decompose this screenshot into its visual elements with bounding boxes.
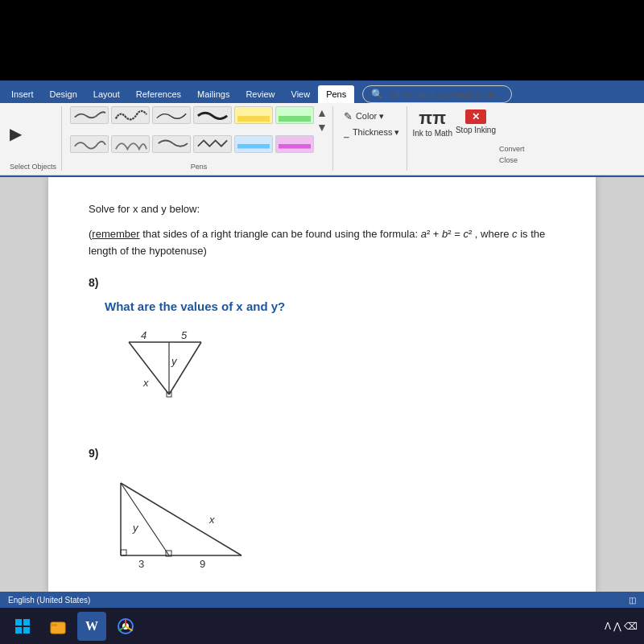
pen-stroke-11[interactable] xyxy=(234,135,273,153)
pen-strokes-row1: ▲ ▼ xyxy=(70,106,328,134)
tab-references[interactable]: References xyxy=(128,85,189,103)
tab-design[interactable]: Design xyxy=(42,85,85,103)
svg-line-16 xyxy=(121,483,169,555)
solve-header: Solve for x and y below: xyxy=(89,201,555,218)
ribbon-tabs-row: Insert Design Layout References Mailings… xyxy=(0,80,644,103)
tab-layout[interactable]: Layout xyxy=(85,85,128,103)
color-icon: ✎ xyxy=(344,110,353,122)
word-btn[interactable]: W xyxy=(77,612,106,641)
stop-inking-btn[interactable]: Stop Inking xyxy=(456,126,496,134)
pen-scroll-up[interactable]: ▲ xyxy=(316,106,328,119)
problem-8-question: What are the values of x and y? xyxy=(105,297,555,316)
color-thickness-group: ✎ Color ▾ ⎯ Thickness ▾ xyxy=(336,106,408,171)
chrome-btn[interactable] xyxy=(111,612,140,641)
remember-text: (remember that sides of a right triangle… xyxy=(89,226,555,260)
pi-symbol: ππ xyxy=(419,109,446,127)
ink-to-math-btn[interactable]: Ink to Math xyxy=(412,129,452,138)
pen-stroke-3[interactable] xyxy=(152,106,191,124)
convert-close-labels: Convert Close xyxy=(499,109,525,167)
search-icon: 🔍 xyxy=(371,89,383,100)
pen-stroke-9[interactable] xyxy=(152,135,191,153)
system-tray: Λ ⋀ ⌫ xyxy=(605,621,638,632)
stop-inking-x[interactable]: ✕ xyxy=(465,109,486,124)
status-bar: English (United States) ◫ xyxy=(0,592,644,608)
ribbon-group-pens: ▲ ▼ xyxy=(65,106,333,171)
pen-stroke-1[interactable] xyxy=(70,106,109,124)
main-window: Insert Design Layout References Mailings… xyxy=(0,80,644,608)
svg-rect-25 xyxy=(15,627,22,634)
svg-line-4 xyxy=(129,342,169,394)
file-manager-btn[interactable] xyxy=(43,612,72,641)
pen-stroke-12[interactable] xyxy=(275,135,314,153)
svg-text:y: y xyxy=(132,522,139,534)
tab-review[interactable]: Review xyxy=(237,85,283,103)
triangle-9-svg: y x 3 9 xyxy=(105,467,266,572)
triangle-9-area: y x 3 9 xyxy=(105,467,555,577)
tab-insert[interactable]: Insert xyxy=(3,85,42,103)
pen-stroke-8[interactable] xyxy=(111,135,150,153)
svg-text:4: 4 xyxy=(141,329,147,341)
pen-stroke-5[interactable] xyxy=(234,106,273,124)
problem-9-num: 9) xyxy=(89,444,555,462)
svg-text:9: 9 xyxy=(200,558,205,570)
remember-underline: remember xyxy=(92,228,139,240)
problem-8-num: 8) xyxy=(89,274,555,291)
pen-stroke-10[interactable] xyxy=(193,135,232,153)
tab-pens[interactable]: Pens xyxy=(318,85,354,103)
svg-text:y: y xyxy=(171,355,178,367)
windows-start-btn[interactable] xyxy=(6,612,39,641)
doc-content-area: Solve for x and y below: (remember that … xyxy=(0,177,644,592)
language-label: English (United States) xyxy=(8,596,90,605)
pen-stroke-6[interactable] xyxy=(275,106,314,124)
stop-inking-container: ✕ Stop Inking xyxy=(456,109,496,134)
pen-scroll-down[interactable]: ▼ xyxy=(316,121,328,134)
pen-stroke-2[interactable] xyxy=(111,106,150,124)
tab-mailings[interactable]: Mailings xyxy=(189,85,237,103)
word-icon: W xyxy=(85,619,98,634)
select-objects-label: Select Objects xyxy=(10,161,56,171)
select-objects-btn[interactable]: ▶ xyxy=(10,124,22,143)
top-black-area xyxy=(0,0,644,80)
tell-me-box[interactable]: 🔍 Tell me what you want to do... xyxy=(362,85,512,103)
pen-strokes-row2 xyxy=(70,135,314,153)
color-btn[interactable]: ✎ Color ▾ xyxy=(341,109,402,123)
svg-rect-28 xyxy=(51,624,57,626)
svg-text:x: x xyxy=(142,377,149,389)
status-right: ◫ xyxy=(629,596,636,605)
thickness-icon: ⎯ xyxy=(344,128,349,138)
tab-view[interactable]: View xyxy=(283,85,319,103)
svg-text:x: x xyxy=(208,514,215,526)
taskbar: W Λ ⋀ ⌫ xyxy=(0,608,644,644)
problem-8: 8) What are the values of x and y? xyxy=(89,274,555,419)
svg-line-15 xyxy=(121,483,242,555)
document-text: Solve for x and y below: (remember that … xyxy=(89,201,555,577)
triangle-8-svg: 4 5 y x xyxy=(105,326,233,415)
ink-math-container: ππ Ink to Math xyxy=(412,109,452,138)
svg-rect-24 xyxy=(23,619,30,625)
triangle-8-area: 4 5 y x xyxy=(105,326,555,420)
svg-line-5 xyxy=(169,342,201,394)
svg-text:3: 3 xyxy=(138,558,144,570)
ink-controls-group: ππ Ink to Math ✕ Stop Inking Convert Clo… xyxy=(407,106,529,171)
doc-page: Solve for x and y below: (remember that … xyxy=(48,177,596,592)
svg-rect-23 xyxy=(15,619,22,625)
problem-9: 9) xyxy=(89,444,555,577)
pens-group-label: Pens xyxy=(70,161,328,171)
thickness-btn[interactable]: ⎯ Thickness ▾ xyxy=(341,126,402,138)
svg-rect-26 xyxy=(23,627,30,634)
ribbon-group-select: ▶ Select Objects xyxy=(5,106,62,171)
svg-rect-18 xyxy=(121,550,126,555)
svg-text:5: 5 xyxy=(181,329,188,341)
pen-stroke-7[interactable] xyxy=(70,135,109,153)
taskbar-right: Λ ⋀ ⌫ xyxy=(605,621,638,632)
pen-stroke-4[interactable] xyxy=(193,106,232,124)
ribbon-toolbar: ▶ Select Objects xyxy=(0,103,644,175)
view-icon: ◫ xyxy=(629,596,636,605)
